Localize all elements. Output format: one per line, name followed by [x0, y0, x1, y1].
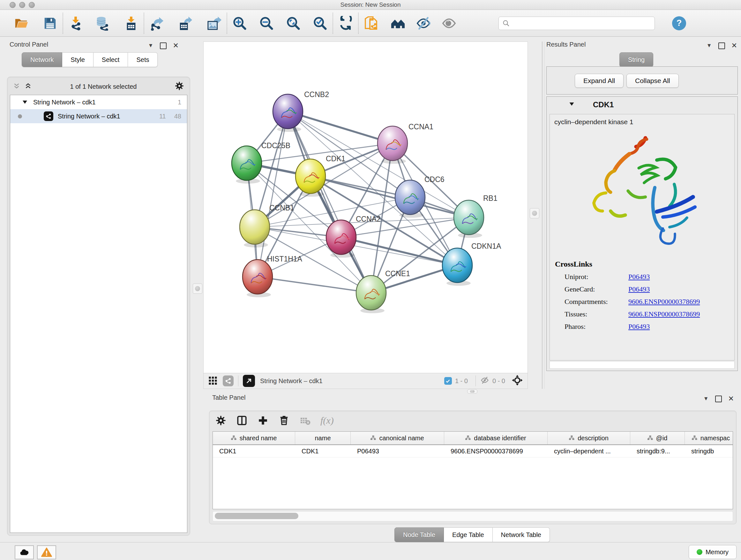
left-splitter-grip[interactable] [193, 284, 202, 294]
show-columns-icon[interactable] [236, 415, 248, 426]
zoom-selected-icon[interactable] [312, 15, 328, 31]
tab-string[interactable]: String [619, 52, 653, 67]
crosslink-link[interactable]: P06493 [628, 273, 650, 281]
close-panel-icon[interactable]: ✕ [731, 42, 737, 50]
results-splitter[interactable] [542, 42, 544, 389]
collapse-protein-icon[interactable] [569, 102, 575, 108]
selected-checkbox-icon[interactable] [444, 377, 452, 385]
delete-table-icon[interactable] [299, 415, 311, 426]
import-network-file-icon[interactable] [68, 15, 84, 31]
protein-result-box: CDK1 cyclin–dependent kinase 1 [546, 97, 738, 371]
column-header-shared-name[interactable]: shared name [213, 432, 295, 444]
expand-all-networks-icon[interactable] [24, 82, 32, 91]
network-row-selected[interactable]: String Network – cdk1 11 48 [10, 109, 187, 123]
network-node-CDC25B[interactable] [232, 146, 262, 180]
crosslink-link[interactable]: P06493 [628, 285, 650, 294]
zoom-out-icon[interactable] [259, 15, 274, 31]
crosslink-link[interactable]: P06493 [628, 322, 650, 331]
network-edge-CCNB2-HIST1H1A[interactable] [258, 111, 288, 277]
save-session-icon[interactable] [42, 15, 58, 31]
network-collection-row[interactable]: String Network – cdk1 1 [10, 95, 187, 109]
close-panel-icon[interactable]: ✕ [728, 395, 734, 403]
help-icon[interactable]: ? [672, 16, 686, 30]
warning-status-button[interactable] [37, 545, 56, 559]
table-panel-title: Table Panel [212, 394, 246, 401]
column-header-name[interactable]: name [295, 432, 351, 444]
network-node-CCNB2[interactable] [273, 94, 303, 129]
collapse-all-networks-icon[interactable] [12, 82, 21, 91]
table-horizontal-scrollbar[interactable] [212, 511, 733, 521]
zoom-fit-icon[interactable] [285, 15, 301, 31]
float-panel-icon[interactable] [160, 43, 166, 49]
column-header-description[interactable]: description [548, 432, 630, 444]
network-node-count: 11 [159, 113, 166, 120]
network-view-icon[interactable] [223, 375, 233, 386]
open-session-icon[interactable] [13, 15, 29, 31]
tab-node-table[interactable]: Node Table [394, 527, 444, 542]
column-header-canonical-name[interactable]: canonical name [351, 432, 444, 444]
tab-select[interactable]: Select [93, 52, 128, 67]
network-node-HIST1H1A[interactable] [243, 260, 273, 294]
network-node-CDC6[interactable] [395, 180, 425, 214]
function-builder-icon[interactable]: f(x) [320, 415, 334, 426]
import-network-database-icon[interactable] [94, 15, 111, 31]
network-node-RB1[interactable] [454, 200, 484, 235]
zoom-in-icon[interactable] [232, 15, 248, 31]
fit-selected-crosshair-icon[interactable] [512, 374, 523, 387]
panel-menu-icon[interactable]: ▼ [706, 43, 712, 49]
memory-button[interactable]: Memory [689, 545, 737, 559]
export-table-icon[interactable] [178, 15, 193, 31]
add-column-icon[interactable] [257, 415, 269, 426]
refresh-view-icon[interactable] [338, 15, 354, 31]
export-network-icon[interactable] [149, 15, 165, 31]
network-node-CCNA2[interactable] [326, 220, 356, 254]
network-edge-CCNB2-CCNA1[interactable] [288, 111, 393, 143]
tab-edge-table[interactable]: Edge Table [444, 527, 493, 542]
network-node-CDKN1A[interactable] [442, 248, 472, 283]
collection-expanded-icon[interactable] [22, 99, 27, 106]
panel-menu-icon[interactable]: ▼ [148, 43, 153, 49]
hide-selected-eye-icon[interactable] [415, 15, 431, 31]
crosslink-link[interactable]: 9606.ENSP00000378699 [628, 310, 700, 318]
network-tree: String Network – cdk1 1 String Network –… [10, 95, 187, 533]
close-panel-icon[interactable]: ✕ [173, 42, 179, 50]
tab-style[interactable]: Style [62, 52, 93, 67]
table-row[interactable]: CDK1CDK1P064939606.ENSP00000378699cyclin… [213, 445, 733, 457]
home-icon[interactable] [390, 15, 406, 31]
tab-network[interactable]: Network [22, 52, 62, 67]
column-header-namespac[interactable]: namespac [685, 432, 733, 444]
show-all-eye-icon[interactable] [441, 15, 457, 31]
right-splitter-grip[interactable] [530, 208, 539, 219]
expand-all-button[interactable]: Expand All [575, 74, 623, 88]
search-input[interactable] [498, 17, 655, 30]
network-node-CCNB1[interactable] [240, 210, 270, 244]
hidden-eye-icon[interactable] [480, 376, 489, 386]
node-label-CDK1: CDK1 [326, 154, 345, 163]
import-table-file-icon[interactable] [123, 15, 139, 31]
grid-view-icon[interactable] [208, 375, 218, 386]
collapse-all-button[interactable]: Collapse All [626, 74, 679, 88]
delete-column-icon[interactable] [278, 415, 290, 426]
column-header--id[interactable]: @id [630, 432, 685, 444]
cloud-status-button[interactable] [15, 545, 34, 559]
network-edge-CCNA2-CDKN1A[interactable] [341, 237, 457, 265]
crosslink-link[interactable]: 9606.ENSP00000378699 [628, 298, 700, 306]
network-edge-CCNB2-CCNE1[interactable] [288, 111, 371, 293]
float-panel-icon[interactable] [718, 43, 725, 49]
network-edge-HIST1H1A-CCNE1[interactable] [258, 277, 371, 293]
network-node-CCNE1[interactable] [356, 275, 386, 310]
detach-view-icon[interactable] [243, 375, 255, 387]
network-node-CCNA1[interactable] [378, 126, 408, 161]
network-canvas[interactable]: CCNB2CCNA1CDC25BCDK1CDC6RB1CCNB1CCNA2CDK… [203, 42, 528, 374]
tab-network-table[interactable]: Network Table [493, 527, 550, 542]
export-image-icon[interactable] [206, 15, 222, 31]
tab-sets[interactable]: Sets [128, 52, 158, 67]
network-list-options-gear-icon[interactable] [175, 81, 184, 92]
scrollbar-thumb[interactable] [215, 513, 298, 519]
table-options-gear-icon[interactable] [215, 415, 226, 426]
float-panel-icon[interactable] [715, 395, 722, 402]
column-header-database-identifier[interactable]: database identifier [444, 432, 548, 444]
panel-menu-icon[interactable]: ▼ [703, 395, 709, 402]
network-node-CDK1[interactable] [295, 159, 326, 193]
copy-network-icon[interactable] [363, 15, 379, 31]
